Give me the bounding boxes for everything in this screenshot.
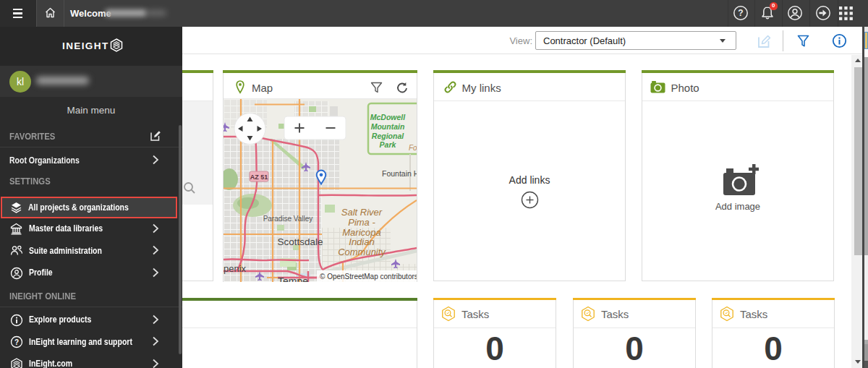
svg-text:Park: Park — [380, 140, 397, 149]
svg-text:Regional: Regional — [372, 132, 404, 140]
svg-text:?: ? — [14, 338, 19, 346]
svg-text:Indian: Indian — [349, 236, 374, 247]
svg-text:Scottsdale: Scottsdale — [277, 236, 323, 247]
svg-text:© OpenStreetMap contributors: © OpenStreetMap contributors — [320, 273, 417, 281]
svg-text:Salt River: Salt River — [341, 207, 383, 218]
svg-text:For: For — [409, 144, 417, 152]
svg-text:AZ 51: AZ 51 — [250, 174, 268, 181]
svg-text:Community: Community — [338, 247, 386, 257]
svg-text:?: ? — [738, 8, 743, 18]
svg-text:penix: penix — [224, 263, 247, 274]
svg-text:McDowell: McDowell — [370, 113, 407, 121]
svg-text:Mountain: Mountain — [371, 122, 405, 131]
svg-text:Fountain H: Fountain H — [382, 169, 417, 178]
svg-text:Tempe: Tempe — [278, 275, 308, 282]
svg-text:Paradise Valley: Paradise Valley — [263, 215, 313, 223]
svg-text:Pima -: Pima - — [348, 217, 375, 228]
